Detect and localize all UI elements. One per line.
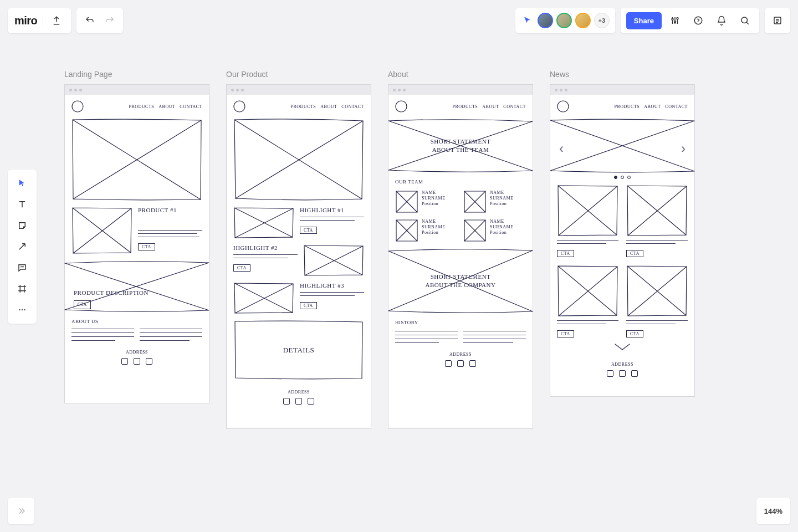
highlight-row: HIGHLIGHT #3 CTA [233,282,364,314]
team-member: NAMESURNAMEPosition [463,190,526,213]
undo-icon[interactable] [82,13,98,28]
more-tools[interactable] [11,299,33,320]
logo-placeholder [233,100,245,112]
frame-news[interactable]: PRODUCTS ABOUT CONTACT ‹ › [550,84,695,397]
app-logo[interactable]: miro [14,14,37,27]
team-grid: NAMESURNAMEPosition NAMESURNAMEPosition … [395,190,526,242]
help-icon[interactable] [688,11,708,30]
cursor-mode-icon[interactable] [521,14,534,27]
social-icon [457,360,464,367]
avatar[interactable] [575,13,591,28]
arrow-tool[interactable] [11,236,33,257]
frame-title[interactable]: News [550,70,695,79]
text-tool[interactable] [11,194,33,215]
svg-point-9 [72,101,83,112]
settings-icon[interactable] [665,11,685,30]
news-item: CTA [557,185,618,257]
social-icon [146,358,152,365]
news-item: CTA [626,185,688,257]
svg-point-6 [19,309,20,310]
section-heading: HISTORY [395,320,526,325]
share-button[interactable]: Share [626,12,662,29]
panel-toggle-icon[interactable] [765,8,790,33]
notifications-icon[interactable] [712,11,732,30]
logo-placeholder [395,100,407,112]
wf-footer: ADDRESS [557,362,688,377]
image-placeholder [233,282,294,314]
team-member: NAMESURNAMEPosition [395,219,458,242]
avatar[interactable] [538,13,553,28]
collaborators: +3 [515,8,615,33]
highlight-row: HIGHLIGHT #1 CTA [233,207,364,239]
text-lines [138,230,202,237]
cta-button: CTA [557,250,574,257]
comment-tool[interactable] [11,257,33,278]
frame-product[interactable]: PRODUCTS ABOUT CONTACT HIGHLIGHT #1 CTA [226,84,371,429]
select-tool[interactable] [11,173,33,194]
canvas[interactable]: Landing Page PRODUCTS ABOUT CONTACT [64,70,695,429]
product-row: PRODUCT #1 CTA [71,207,202,254]
left-toolbar [8,170,37,324]
frame-landing[interactable]: PRODUCTS ABOUT CONTACT PRODUCT #1 [64,84,209,403]
section-heading: PRODUCT DESCRIPTION [74,289,149,297]
hero-image-placeholder [233,118,364,201]
nav-link: ABOUT [482,104,499,109]
section-heading: OUR TEAM [395,179,526,185]
section-heading: ABOUT US [71,319,202,324]
hero-image-placeholder [71,118,202,201]
frame-chrome [65,85,209,95]
social-icon [445,360,452,367]
chevron-down-icon [614,343,631,353]
frame-title[interactable]: Landing Page [64,70,209,79]
social-icon [607,370,613,377]
cta-button: CTA [300,227,317,234]
frame-title[interactable]: About [388,70,533,79]
cta-button: CTA [626,330,643,337]
divider [43,14,43,27]
svg-point-10 [234,101,245,112]
export-icon[interactable] [49,13,64,28]
cta-button: CTA [300,302,317,309]
hero-section: PRODUCT DESCRIPTION CTA [65,260,209,313]
nav-link: CONTACT [341,104,364,109]
social-icon [619,370,626,377]
redo-icon[interactable] [102,13,117,28]
frame-chrome [227,85,371,95]
wf-footer: ADDRESS [395,352,526,367]
hero-text: SHORT STATEMENT [426,273,496,281]
frame-chrome [388,85,533,95]
logo-placeholder [557,100,569,112]
top-bar: miro +3 Share [8,8,790,33]
search-icon[interactable] [735,11,755,30]
nav-link: PRODUCTS [615,104,640,109]
logo-placeholder [71,100,84,112]
avatar-overflow[interactable]: +3 [594,13,610,28]
svg-point-0 [672,18,673,20]
cta-button: CTA [626,250,643,257]
cta-button: CTA [233,264,250,272]
footer-address: ADDRESS [288,390,310,395]
hero-company: SHORT STATEMENT ABOUT THE COMPANY [388,248,533,314]
expand-toolbar-button[interactable] [8,498,34,524]
frame-tool[interactable] [11,278,33,299]
wf-footer: ADDRESS [71,350,202,365]
sticky-note-tool[interactable] [11,215,33,236]
news-grid: CTA CTA CTA CTA [557,185,688,337]
frame-title[interactable]: Our Product [226,70,371,79]
undo-redo-group [76,8,123,33]
social-icon [469,360,476,367]
svg-point-4 [741,17,748,23]
wf-footer: ADDRESS [233,390,364,405]
zoom-level[interactable]: 144% [756,498,790,524]
frame-about[interactable]: PRODUCTS ABOUT CONTACT SHORT STATEMENT A… [388,84,533,429]
details-label: DETAILS [283,346,315,355]
hero-text: ABOUT THE TEAM [431,146,491,154]
highlight-heading: HIGHLIGHT #2 [233,244,298,251]
footer-address: ADDRESS [611,362,633,367]
nav-link: CONTACT [665,104,688,109]
social-icon [631,370,638,377]
avatar[interactable] [556,13,572,28]
news-item: CTA [626,265,688,337]
social-icon [283,398,290,405]
news-item: CTA [557,265,618,337]
